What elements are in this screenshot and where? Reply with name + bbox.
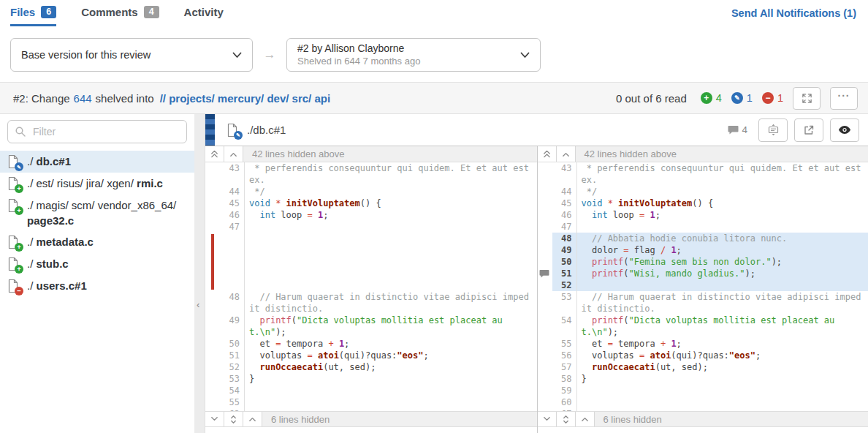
line-code: et = tempora + 1; — [577, 338, 868, 350]
file-path-label: ./ users.c#1 — [27, 278, 190, 293]
diff-line[interactable]: 45void * initVoluptatem() { — [538, 197, 868, 209]
change-number-link[interactable]: 644 — [74, 92, 92, 105]
diff-line[interactable]: 52 — [538, 279, 868, 291]
diff-line[interactable]: 44 */ — [205, 186, 537, 197]
line-number: 48 — [220, 291, 245, 315]
diff-line[interactable]: 55 et = tempora + 1; — [538, 338, 868, 350]
read-status-text: 0 out of 6 read — [616, 92, 687, 105]
diff-file-header: ✎ ./db.c#1 4 — [205, 114, 868, 146]
diff-line[interactable]: 54 — [205, 385, 537, 396]
diff-line[interactable]: 50 printf("Femina sem bis non dolor."); — [538, 256, 868, 268]
collapse-sidebar-icon[interactable]: ‹ — [197, 299, 199, 310]
line-code: // Harum quaerat in distinctio vitae adi… — [245, 291, 537, 315]
line-number — [220, 233, 245, 291]
line-code: runOccaecati(ut, sed); — [577, 361, 868, 373]
external-link-icon — [803, 124, 815, 136]
base-version-select[interactable]: Base version for this review — [10, 38, 253, 72]
diff-line[interactable]: 52 runOccaecati(ut, sed); — [205, 361, 537, 373]
diff-line[interactable]: 49 dolor = flag / 1; — [538, 244, 868, 256]
expand-all-button[interactable] — [557, 412, 576, 426]
more-options-button[interactable]: ··· — [830, 87, 858, 110]
diff-line[interactable]: 51 voluptas = atoi(qui)?quas:"eos"; — [205, 350, 537, 361]
expand-below-button[interactable] — [205, 412, 224, 426]
file-row[interactable]: −./ users.c#1 — [0, 275, 194, 297]
line-number: 50 — [552, 256, 577, 268]
expand-some-above-button[interactable] — [224, 146, 243, 162]
diff-line[interactable]: 55 — [205, 396, 537, 408]
diff-line[interactable]: 50 et = tempora + 1; — [205, 338, 537, 350]
tab-files[interactable]: Files 6 — [10, 6, 56, 26]
open-in-new-window-button[interactable] — [794, 118, 823, 142]
line-number: 56 — [552, 350, 577, 361]
toggle-inline-comments-button[interactable] — [758, 118, 788, 142]
expand-up-button[interactable] — [243, 412, 262, 426]
review-header-bar: #2: Change 644 shelved into // projects/… — [0, 82, 868, 114]
diff-line[interactable]: 53} — [205, 373, 537, 385]
send-all-notifications-link[interactable]: Send All Notifications (1) — [731, 7, 856, 19]
diff-line[interactable]: 58} — [538, 373, 868, 385]
file-action-badge: ✎ — [234, 131, 243, 140]
hidden-lines-bar-top: 42 lines hidden above — [538, 146, 868, 162]
tab-activity[interactable]: Activity — [184, 6, 224, 24]
diff-line[interactable]: 44 */ — [538, 186, 868, 197]
diff-line[interactable]: 54 printf("Dicta voluptas mollitia est p… — [538, 315, 868, 338]
file-row[interactable]: +./ magis/ scm/ vendor_x86_64/ page32.c — [0, 195, 194, 231]
depot-path-link[interactable]: // projects/ mercury/ dev/ src/ api — [160, 92, 330, 105]
line-gutter — [538, 338, 552, 350]
diff-line[interactable]: 60 — [538, 396, 868, 408]
toggle-comments-icon — [767, 124, 780, 136]
line-gutter — [205, 209, 220, 221]
expand-all-button[interactable] — [224, 412, 243, 426]
line-number: 52 — [220, 361, 245, 373]
file-add-icon: + — [7, 257, 20, 272]
line-comment-bubble-icon[interactable] — [539, 269, 549, 278]
diff-line[interactable]: 51 printf("Wisi, mando gladius."); — [538, 268, 868, 279]
diff-line[interactable]: 43 * perferendis consequuntur qui quidem… — [538, 162, 868, 186]
tab-comments[interactable]: Comments 4 — [81, 6, 159, 24]
chevron-up-icon — [581, 416, 589, 422]
diff-line[interactable]: 59 — [538, 385, 868, 396]
deletes-count: 1 — [777, 92, 783, 104]
file-row[interactable]: +./ metadata.c — [0, 231, 194, 253]
expand-up-button[interactable] — [576, 412, 595, 426]
diff-line[interactable]: 47 — [205, 221, 537, 233]
expand-all-above-button[interactable] — [205, 146, 224, 162]
add-circle-icon: + — [701, 92, 712, 104]
file-sidebar: ✎./ db.c#1+./ est/ risus/ jira/ xgen/ rm… — [0, 114, 194, 433]
diff-line[interactable]: 53 // Harum quaerat in distinctio vitae … — [538, 291, 868, 315]
diff-line[interactable]: 49 printf("Dicta voluptas mollitia est p… — [205, 315, 537, 338]
mark-read-button[interactable] — [830, 118, 859, 142]
file-comment-count[interactable]: 4 — [728, 124, 747, 135]
line-gutter — [538, 279, 552, 291]
file-row[interactable]: +./ est/ risus/ jira/ xgen/ rmi.c — [0, 173, 194, 195]
diff-line[interactable]: 48 // Abbatia hodie conubia litora nunc. — [538, 233, 868, 244]
diff-line[interactable]: 56 voluptas = atoi(qui)?quas:"eos"; — [538, 350, 868, 361]
line-code: printf("Dicta voluptas mollitia est plac… — [245, 315, 537, 338]
file-path-label: ./ metadata.c — [27, 234, 190, 249]
line-number: 48 — [552, 233, 577, 244]
diff-line[interactable]: 43 * perferendis consequuntur qui quidem… — [205, 162, 537, 186]
line-gutter — [205, 408, 220, 411]
expand-all-above-button[interactable] — [538, 146, 557, 162]
line-code: void * initVoluptatem() { — [577, 197, 868, 209]
expand-some-above-button[interactable] — [557, 146, 576, 162]
diff-line[interactable]: 47 — [538, 221, 868, 233]
sidebar-divider[interactable]: ‹ — [194, 114, 205, 433]
version-selector-row: Base version for this review → #2 by All… — [10, 38, 858, 72]
diff-line[interactable]: 46 int loop = 1; — [205, 209, 537, 221]
line-gutter — [205, 350, 220, 361]
arrow-right-icon: → — [253, 48, 286, 62]
diff-line[interactable]: 57 runOccaecati(ut, sed); — [538, 361, 868, 373]
file-action-badge: + — [15, 184, 23, 193]
double-chevron-up-icon — [543, 150, 551, 158]
filter-input[interactable] — [7, 120, 187, 143]
diff-line[interactable]: 45void * initVoluptatem() { — [205, 197, 537, 209]
line-number: 46 — [552, 209, 577, 221]
expand-below-button[interactable] — [538, 412, 557, 426]
file-row[interactable]: ✎./ db.c#1 — [0, 151, 194, 173]
diff-line[interactable]: 46 int loop = 1; — [538, 209, 868, 221]
target-version-select[interactable]: #2 by Allison Clayborne Shelved in 644 7… — [286, 38, 541, 72]
diff-line[interactable]: 48 // Harum quaerat in distinctio vitae … — [205, 291, 537, 315]
fullscreen-button[interactable] — [793, 87, 821, 110]
file-row[interactable]: +./ stub.c — [0, 253, 194, 275]
